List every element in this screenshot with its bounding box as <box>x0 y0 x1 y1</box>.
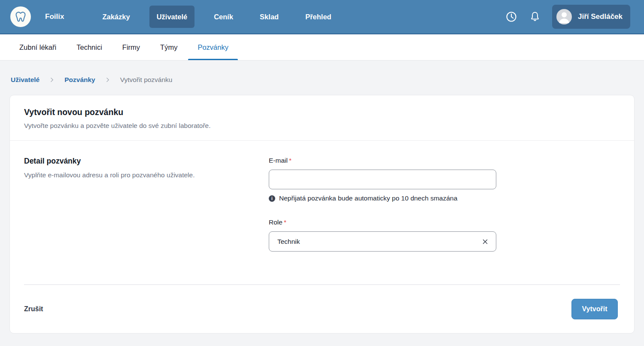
chevron-right-icon <box>49 77 55 83</box>
nav-item-prehled[interactable]: Přehled <box>298 6 339 28</box>
form-fields: E-mail* i Nepřijatá pozvánka bude automa… <box>269 157 496 284</box>
brand-name[interactable]: Foilix <box>45 12 64 21</box>
nav-item-zakazky[interactable]: Zakázky <box>95 6 137 28</box>
tab-zubni-lekari[interactable]: Zubní lékaři <box>19 34 56 60</box>
page-title: Vytvořit novou pozvánku <box>24 107 620 117</box>
user-menu[interactable]: Jiří Sedláček <box>552 5 630 29</box>
email-label: E-mail* <box>269 157 496 164</box>
invitation-card: Vytvořit novou pozvánku Vytvořte pozvánk… <box>9 95 635 334</box>
submit-button[interactable]: Vytvořit <box>571 299 618 319</box>
required-asterisk: * <box>289 157 292 164</box>
tab-tymy[interactable]: Týmy <box>160 34 177 60</box>
tab-firmy[interactable]: Firmy <box>122 34 140 60</box>
role-label: Role* <box>269 219 496 226</box>
cancel-button[interactable]: Zrušit <box>24 305 43 313</box>
user-name: Jiří Sedláček <box>578 12 623 21</box>
card-body: Detail pozvánky Vyplňte e-mailovou adres… <box>10 141 634 284</box>
email-helper: i Nepřijatá pozvánka bude automaticky po… <box>269 194 496 202</box>
email-field-group: E-mail* i Nepřijatá pozvánka bude automa… <box>269 157 496 202</box>
breadcrumb-current: Vytvořit pozvánku <box>120 76 173 84</box>
avatar <box>556 9 572 24</box>
breadcrumb-uzivatele[interactable]: Uživatelé <box>11 76 39 84</box>
email-input[interactable] <box>269 170 496 189</box>
nav-item-cenik[interactable]: Ceník <box>207 6 240 28</box>
history-clock-icon[interactable] <box>505 10 518 23</box>
page-subtitle: Vytvořte pozvánku a pozvěte uživatele do… <box>24 122 620 130</box>
section-description: Vyplňte e-mailovou adresu a roli pro poz… <box>24 171 269 179</box>
topbar-actions: Jiří Sedláček <box>505 5 630 29</box>
top-navigation-bar: Foilix Zakázky Uživatelé Ceník Sklad Pře… <box>0 0 644 34</box>
role-input[interactable] <box>269 231 496 252</box>
tab-technici[interactable]: Technici <box>76 34 102 60</box>
breadcrumb: Uživatelé Pozvánky Vytvořit pozvánku <box>0 61 644 84</box>
notifications-bell-icon[interactable] <box>529 11 541 23</box>
nav-item-uzivatele[interactable]: Uživatelé <box>149 6 195 28</box>
required-asterisk: * <box>284 219 286 226</box>
nav-item-sklad[interactable]: Sklad <box>252 6 286 28</box>
clear-icon[interactable] <box>481 237 489 246</box>
section-title: Detail pozvánky <box>24 157 269 166</box>
card-footer: Zrušit Vytvořit <box>10 285 634 333</box>
info-icon: i <box>269 195 275 202</box>
email-helper-text: Nepřijatá pozvánka bude automaticky po 1… <box>279 194 457 202</box>
section-tabs: Zubní lékaři Technici Firmy Týmy Pozvánk… <box>0 34 644 61</box>
chevron-right-icon <box>105 77 111 83</box>
role-select[interactable] <box>269 231 496 252</box>
role-field-group: Role* <box>269 219 496 252</box>
breadcrumb-pozvanky[interactable]: Pozvánky <box>64 76 95 84</box>
form-section-info: Detail pozvánky Vyplňte e-mailovou adres… <box>24 157 269 284</box>
card-header: Vytvořit novou pozvánku Vytvořte pozvánk… <box>10 95 634 141</box>
tooth-icon <box>14 10 27 23</box>
tab-pozvanky[interactable]: Pozvánky <box>197 34 228 60</box>
main-nav: Zakázky Uživatelé Ceník Sklad Přehled <box>95 6 338 28</box>
app-logo[interactable] <box>10 6 31 27</box>
